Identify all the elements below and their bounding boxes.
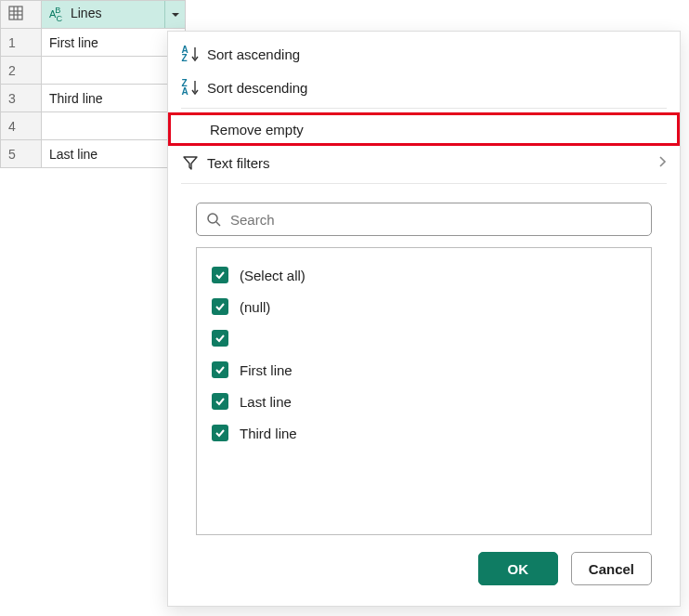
menu-label: Text filters: [203, 155, 657, 171]
button-label: OK: [508, 561, 529, 577]
checkbox-checked-icon: [212, 361, 228, 378]
caret-down-icon: [171, 10, 180, 20]
filter-option-blank[interactable]: [206, 322, 642, 354]
filter-search-box[interactable]: [196, 203, 652, 236]
button-label: Cancel: [589, 561, 634, 577]
filter-menu: AZ Sort ascending ZA Sort descending Rem…: [168, 32, 680, 184]
column-header-lines[interactable]: ABC Lines: [42, 1, 186, 29]
row-number: 2: [1, 57, 42, 85]
filter-option[interactable]: Last line: [206, 386, 642, 417]
option-label: Last line: [240, 394, 292, 410]
column-type-badge: ABC: [49, 8, 61, 20]
dialog-buttons: OK Cancel: [478, 552, 652, 585]
svg-point-7: [208, 214, 217, 223]
menu-text-filters[interactable]: Text filters: [168, 146, 680, 179]
data-table: ABC Lines 1First line 2 3Third line 4 5L…: [0, 0, 186, 168]
sort-descending-icon: ZA: [181, 79, 199, 96]
search-icon: [206, 212, 221, 227]
row-number: 4: [1, 112, 42, 140]
menu-separator: [181, 108, 667, 109]
menu-label: Sort descending: [203, 80, 667, 96]
chevron-right-icon: [657, 155, 667, 171]
menu-label: Sort ascending: [203, 46, 667, 62]
menu-remove-empty[interactable]: Remove empty: [168, 112, 680, 146]
checkbox-checked-icon: [212, 298, 228, 315]
filter-option-null[interactable]: (null): [206, 291, 642, 322]
svg-line-8: [216, 222, 220, 226]
menu-sort-ascending[interactable]: AZ Sort ascending: [168, 37, 680, 71]
row-number: 1: [1, 29, 42, 57]
filter-search-input[interactable]: [228, 211, 642, 229]
cell[interactable]: [42, 112, 186, 140]
filter-option[interactable]: Third line: [206, 417, 642, 449]
cell[interactable]: [42, 57, 186, 85]
row-number: 5: [1, 140, 42, 168]
table-corner: [1, 1, 42, 29]
option-label: First line: [240, 362, 292, 378]
filter-option[interactable]: First line: [206, 354, 642, 386]
ok-button[interactable]: OK: [478, 552, 558, 585]
cell[interactable]: Third line: [42, 85, 186, 112]
sort-ascending-icon: AZ: [181, 46, 199, 62]
checkbox-checked-icon: [212, 330, 228, 347]
checkbox-checked-icon: [212, 425, 228, 441]
menu-label: Remove empty: [206, 122, 664, 138]
cancel-button[interactable]: Cancel: [571, 552, 652, 585]
checkbox-checked-icon: [212, 393, 228, 410]
svg-rect-0: [9, 7, 22, 20]
filter-value-list: (Select all) (null) First line Last line…: [196, 247, 652, 535]
checkbox-checked-icon: [212, 267, 228, 283]
cell[interactable]: Last line: [42, 140, 186, 168]
table-icon: [8, 6, 23, 20]
column-filter-popup: AZ Sort ascending ZA Sort descending Rem…: [167, 31, 681, 607]
cell[interactable]: First line: [42, 29, 186, 57]
filter-icon: [182, 154, 199, 171]
option-label: Third line: [240, 426, 297, 441]
filter-option-select-all[interactable]: (Select all): [206, 259, 642, 291]
option-label: (null): [240, 299, 270, 315]
menu-sort-descending[interactable]: ZA Sort descending: [168, 71, 680, 104]
row-number: 3: [1, 85, 42, 112]
menu-separator: [181, 183, 667, 184]
column-filter-button[interactable]: [164, 1, 185, 28]
column-name: Lines: [71, 6, 101, 20]
option-label: (Select all): [240, 268, 306, 283]
